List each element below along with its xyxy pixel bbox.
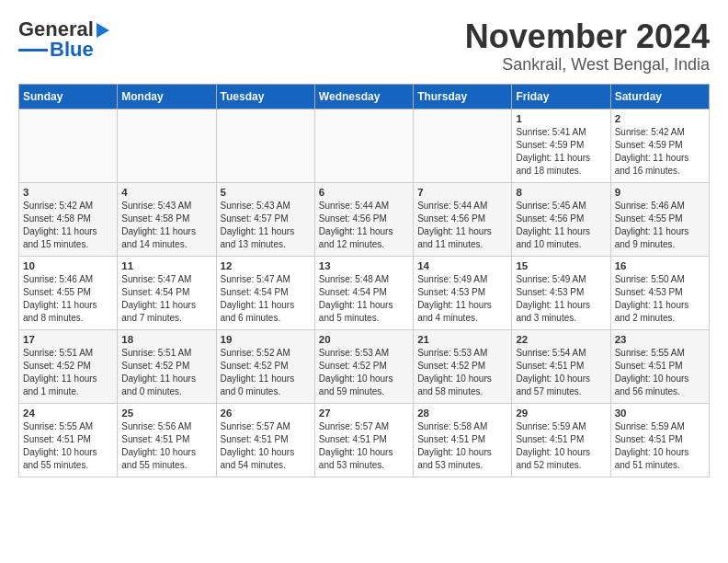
day-info: Sunrise: 5:55 AMSunset: 4:51 PMDaylight:… [615,347,705,398]
day-cell [216,109,314,182]
day-number: 1 [516,113,606,124]
logo: General Blue [18,18,109,61]
page-header: General Blue November 2024 Sankrail, Wes… [18,18,710,75]
day-number: 14 [417,260,507,271]
day-info: Sunrise: 5:52 AMSunset: 4:52 PMDaylight:… [221,347,311,398]
day-info: Sunrise: 5:48 AMSunset: 4:54 PMDaylight:… [319,273,409,325]
day-cell: 30Sunrise: 5:59 AMSunset: 4:51 PMDayligh… [610,403,709,477]
day-number: 26 [221,408,311,419]
day-info: Sunrise: 5:55 AMSunset: 4:51 PMDaylight:… [23,420,113,472]
day-info: Sunrise: 5:44 AMSunset: 4:56 PMDaylight:… [417,200,507,251]
day-info: Sunrise: 5:53 AMSunset: 4:52 PMDaylight:… [319,347,409,398]
day-info: Sunrise: 5:42 AMSunset: 4:59 PMDaylight:… [615,126,705,178]
day-cell: 11Sunrise: 5:47 AMSunset: 4:54 PMDayligh… [118,256,216,329]
day-number: 2 [615,113,705,124]
day-cell: 5Sunrise: 5:43 AMSunset: 4:57 PMDaylight… [216,182,314,256]
day-number: 9 [615,187,705,198]
day-cell: 2Sunrise: 5:42 AMSunset: 4:59 PMDaylight… [610,109,709,182]
header-cell-friday: Friday [512,84,610,109]
day-info: Sunrise: 5:51 AMSunset: 4:52 PMDaylight:… [23,347,113,398]
day-number: 7 [417,187,507,198]
day-number: 11 [121,260,211,271]
header-cell-monday: Monday [118,84,216,109]
day-cell: 7Sunrise: 5:44 AMSunset: 4:56 PMDaylight… [414,182,512,256]
day-number: 29 [516,408,606,419]
header-cell-thursday: Thursday [414,84,512,109]
day-number: 12 [221,260,311,271]
week-row-2: 3Sunrise: 5:42 AMSunset: 4:58 PMDaylight… [19,182,710,256]
day-info: Sunrise: 5:49 AMSunset: 4:53 PMDaylight:… [516,273,606,325]
day-info: Sunrise: 5:42 AMSunset: 4:58 PMDaylight:… [23,200,113,251]
day-info: Sunrise: 5:43 AMSunset: 4:58 PMDaylight:… [121,200,211,251]
day-cell [314,109,413,182]
day-cell: 26Sunrise: 5:57 AMSunset: 4:51 PMDayligh… [216,403,314,477]
day-cell [19,109,118,182]
day-cell: 20Sunrise: 5:53 AMSunset: 4:52 PMDayligh… [314,329,413,403]
day-info: Sunrise: 5:41 AMSunset: 4:59 PMDaylight:… [516,126,606,178]
day-cell: 3Sunrise: 5:42 AMSunset: 4:58 PMDaylight… [19,182,118,256]
day-info: Sunrise: 5:47 AMSunset: 4:54 PMDaylight:… [121,273,211,325]
day-cell: 22Sunrise: 5:54 AMSunset: 4:51 PMDayligh… [512,329,610,403]
header-cell-sunday: Sunday [19,84,118,109]
day-info: Sunrise: 5:47 AMSunset: 4:54 PMDaylight:… [221,273,311,325]
day-cell: 27Sunrise: 5:57 AMSunset: 4:51 PMDayligh… [314,403,413,477]
header-row: SundayMondayTuesdayWednesdayThursdayFrid… [19,84,710,109]
day-cell: 18Sunrise: 5:51 AMSunset: 4:52 PMDayligh… [118,329,216,403]
day-number: 17 [23,334,113,345]
calendar-subtitle: Sankrail, West Bengal, India [465,55,710,75]
day-number: 18 [121,334,211,345]
day-cell: 28Sunrise: 5:58 AMSunset: 4:51 PMDayligh… [414,403,512,477]
day-info: Sunrise: 5:56 AMSunset: 4:51 PMDaylight:… [121,420,211,472]
header-cell-saturday: Saturday [610,84,709,109]
day-number: 19 [221,334,311,345]
day-info: Sunrise: 5:59 AMSunset: 4:51 PMDaylight:… [615,420,705,472]
day-cell [118,109,216,182]
day-info: Sunrise: 5:45 AMSunset: 4:56 PMDaylight:… [516,200,606,251]
header-cell-wednesday: Wednesday [314,84,413,109]
day-number: 8 [516,187,606,198]
day-number: 28 [417,408,507,419]
day-info: Sunrise: 5:44 AMSunset: 4:56 PMDaylight:… [319,200,409,251]
calendar-table: SundayMondayTuesdayWednesdayThursdayFrid… [18,84,710,477]
day-number: 13 [319,260,409,271]
day-number: 15 [516,260,606,271]
day-cell: 25Sunrise: 5:56 AMSunset: 4:51 PMDayligh… [118,403,216,477]
day-number: 30 [615,408,705,419]
day-cell: 12Sunrise: 5:47 AMSunset: 4:54 PMDayligh… [216,256,314,329]
day-info: Sunrise: 5:59 AMSunset: 4:51 PMDaylight:… [516,420,606,472]
week-row-4: 17Sunrise: 5:51 AMSunset: 4:52 PMDayligh… [19,329,710,403]
day-number: 23 [615,334,705,345]
day-cell: 23Sunrise: 5:55 AMSunset: 4:51 PMDayligh… [610,329,709,403]
week-row-1: 1Sunrise: 5:41 AMSunset: 4:59 PMDaylight… [19,109,710,182]
day-cell: 10Sunrise: 5:46 AMSunset: 4:55 PMDayligh… [19,256,118,329]
week-row-3: 10Sunrise: 5:46 AMSunset: 4:55 PMDayligh… [19,256,710,329]
day-number: 20 [319,334,409,345]
day-cell: 6Sunrise: 5:44 AMSunset: 4:56 PMDaylight… [314,182,413,256]
day-info: Sunrise: 5:57 AMSunset: 4:51 PMDaylight:… [221,420,311,472]
day-cell: 19Sunrise: 5:52 AMSunset: 4:52 PMDayligh… [216,329,314,403]
day-info: Sunrise: 5:58 AMSunset: 4:51 PMDaylight:… [417,420,507,472]
day-info: Sunrise: 5:50 AMSunset: 4:53 PMDaylight:… [615,273,705,325]
logo-blue-text: Blue [50,39,94,61]
day-number: 24 [23,408,113,419]
day-number: 16 [615,260,705,271]
day-info: Sunrise: 5:46 AMSunset: 4:55 PMDaylight:… [615,200,705,251]
title-block: November 2024 Sankrail, West Bengal, Ind… [465,18,710,75]
day-number: 10 [23,260,113,271]
day-info: Sunrise: 5:57 AMSunset: 4:51 PMDaylight:… [319,420,409,472]
day-cell: 4Sunrise: 5:43 AMSunset: 4:58 PMDaylight… [118,182,216,256]
day-number: 3 [23,187,113,198]
day-number: 21 [417,334,507,345]
day-info: Sunrise: 5:53 AMSunset: 4:52 PMDaylight:… [417,347,507,398]
day-info: Sunrise: 5:51 AMSunset: 4:52 PMDaylight:… [121,347,211,398]
day-number: 6 [319,187,409,198]
day-number: 5 [221,187,311,198]
day-cell: 1Sunrise: 5:41 AMSunset: 4:59 PMDaylight… [512,109,610,182]
day-cell: 17Sunrise: 5:51 AMSunset: 4:52 PMDayligh… [19,329,118,403]
day-cell: 24Sunrise: 5:55 AMSunset: 4:51 PMDayligh… [19,403,118,477]
day-cell: 9Sunrise: 5:46 AMSunset: 4:55 PMDaylight… [610,182,709,256]
day-cell: 21Sunrise: 5:53 AMSunset: 4:52 PMDayligh… [414,329,512,403]
day-number: 22 [516,334,606,345]
day-number: 25 [121,408,211,419]
day-cell [414,109,512,182]
